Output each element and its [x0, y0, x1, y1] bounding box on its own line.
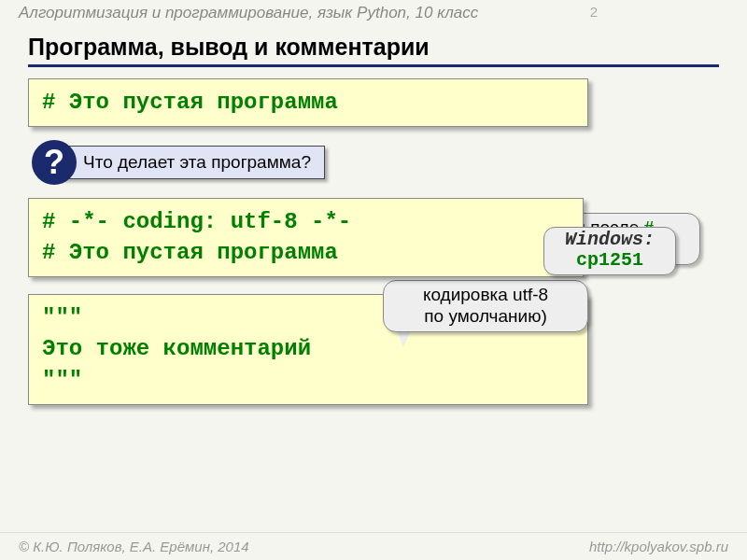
code-block-2: # -*- coding: utf-8 -*- # Это пустая про…: [28, 198, 584, 277]
header-text: Алгоритмизация и программирование, язык …: [19, 4, 478, 21]
question-row: ? Что делает эта программа?: [32, 140, 747, 185]
copyright-text: © К.Ю. Поляков, Е.А. Ерёмин, 2014: [19, 539, 249, 554]
slide-footer: © К.Ю. Поляков, Е.А. Ерёмин, 2014 http:/…: [0, 532, 747, 560]
slide-header: Алгоритмизация и программирование, язык …: [0, 0, 747, 26]
source-url-text: http://kpolyakov.spb.ru: [589, 539, 728, 554]
code-line: # Это пустая программа: [42, 237, 570, 269]
encoding-label: cp1251: [565, 250, 655, 271]
callout-text: кодировка utf-8: [423, 285, 548, 304]
code-line: Это тоже комментарий: [42, 333, 574, 365]
callout-encoding: кодировка utf-8 по умолчанию): [383, 280, 588, 332]
slide-content: # Это пустая программа комментарии после…: [0, 78, 747, 405]
page-number: 2: [590, 4, 598, 20]
code-line: # -*- coding: utf-8 -*-: [42, 206, 570, 238]
callout-text: по умолчанию): [424, 306, 546, 326]
os-label: Windows:: [565, 230, 655, 250]
question-mark-icon: ?: [32, 140, 77, 185]
code-line: """: [42, 365, 574, 397]
question-box: Что делает эта программа?: [60, 146, 325, 179]
windows-encoding-box: Windows: cp1251: [543, 227, 676, 275]
slide-title: Программа, вывод и комментарии: [28, 34, 719, 67]
code-block-1: # Это пустая программа: [28, 78, 588, 127]
code-line: # Это пустая программа: [42, 90, 338, 115]
